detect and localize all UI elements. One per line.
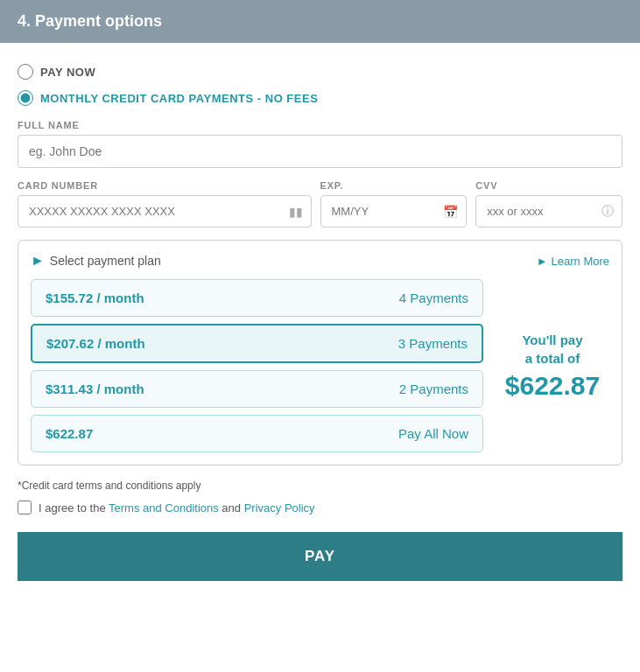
full-name-label: FULL NAME [18,120,622,130]
privacy-link[interactable]: Privacy Policy [244,501,315,514]
card-row: CARD NUMBER ▮▮ EXP. 📅 CVV [18,180,622,228]
plan-header: ► Select payment plan ► Learn More [31,253,609,269]
plan-amount: $207.62 / month [46,336,145,351]
page-header: 4. Payment options [0,0,640,43]
total-info: You'll paya total of $622.87 [496,279,609,452]
agree-checkbox[interactable] [18,500,32,514]
terms-link[interactable]: Terms and Conditions [109,501,219,514]
pay-now-label[interactable]: PAY NOW [40,66,95,79]
plan-payments: Pay All Now [398,426,468,441]
exp-label: EXP. [320,180,468,191]
cvv-wrapper: ⓘ [475,195,622,228]
card-number-label: CARD NUMBER [18,180,312,191]
pay-now-radio[interactable] [18,64,33,80]
total-amount: $622.87 [505,371,600,401]
monthly-radio[interactable] [18,90,33,106]
payment-plan-section: ► Select payment plan ► Learn More $155.… [18,240,622,466]
total-label: You'll paya total of [522,331,582,368]
plan-payments: 3 Payments [398,336,468,351]
cvv-field: CVV ⓘ [475,180,622,228]
card-number-wrapper: ▮▮ [18,195,312,228]
exp-wrapper: 📅 [320,195,468,228]
plan-options-col: $155.72 / month 4 Payments $207.62 / mon… [31,279,609,452]
plan-payments: 4 Payments [399,290,468,305]
agree-row: I agree to the Terms and Conditions and … [18,500,622,514]
learn-more-arrow-icon: ► [537,255,548,268]
full-name-input[interactable] [18,135,622,168]
terms-text: *Credit card terms and conditions apply [18,480,622,492]
learn-more-link[interactable]: ► Learn More [537,255,609,268]
card-number-field: CARD NUMBER ▮▮ [18,180,312,228]
card-number-input[interactable] [18,195,312,228]
pay-now-option[interactable]: PAY NOW [18,64,622,80]
page-title: 4. Payment options [18,12,162,30]
plan-option[interactable]: $155.72 / month 4 Payments [31,279,483,317]
cvv-label: CVV [475,180,622,191]
plan-amount: $622.87 [46,426,93,441]
card-icon: ▮▮ [289,205,303,219]
plan-option[interactable]: $622.87 Pay All Now [31,415,483,452]
exp-field: EXP. 📅 [320,180,468,228]
monthly-label[interactable]: MONTHLY CREDIT CARD PAYMENTS - NO FEES [40,92,318,105]
plan-option[interactable]: $311.43 / month 2 Payments [31,370,483,408]
plan-arrow-icon: ► [31,253,45,269]
agree-label: I agree to the Terms and Conditions and … [39,501,315,514]
plan-option[interactable]: $207.62 / month 3 Payments [31,324,483,363]
plan-header-left: ► Select payment plan [31,253,161,269]
pay-button[interactable]: PAY [18,532,622,581]
calendar-icon: 📅 [443,205,458,219]
learn-more-text: Learn More [552,255,609,268]
plan-payments: 2 Payments [399,382,468,396]
plan-amount: $155.72 / month [46,290,144,305]
plan-amount: $311.43 / month [46,382,144,396]
plan-options-list: $155.72 / month 4 Payments $207.62 / mon… [31,279,483,452]
cvv-input[interactable] [475,195,622,228]
select-plan-label: Select payment plan [50,254,161,268]
help-icon: ⓘ [601,204,614,220]
form-section: FULL NAME CARD NUMBER ▮▮ EXP. 📅 [18,120,622,228]
monthly-option[interactable]: MONTHLY CREDIT CARD PAYMENTS - NO FEES [18,90,622,106]
